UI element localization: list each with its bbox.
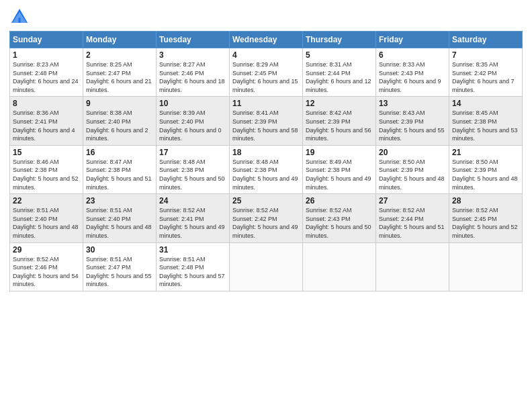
day-number: 18 [232, 148, 300, 157]
day-info: Sunrise: 8:51 AMSunset: 2:47 PMDaylight:… [86, 256, 152, 288]
day-number: 25 [232, 196, 300, 205]
calendar-cell: 15Sunrise: 8:46 AMSunset: 2:38 PMDayligh… [10, 145, 83, 193]
day-number: 30 [86, 245, 153, 255]
calendar-cell: 13Sunrise: 8:43 AMSunset: 2:39 PMDayligh… [376, 97, 449, 145]
day-number: 4 [232, 50, 300, 60]
day-number: 28 [452, 196, 519, 205]
day-number: 12 [306, 99, 373, 108]
calendar-cell: 23Sunrise: 8:51 AMSunset: 2:40 PMDayligh… [83, 194, 157, 242]
day-number: 21 [452, 148, 519, 157]
day-number: 9 [86, 99, 153, 108]
day-info: Sunrise: 8:50 AMSunset: 2:39 PMDaylight:… [452, 158, 518, 191]
day-number: 10 [159, 99, 226, 108]
calendar-cell: 24Sunrise: 8:52 AMSunset: 2:41 PMDayligh… [157, 194, 230, 242]
day-number: 17 [159, 148, 226, 157]
calendar-header-sunday: Sunday [10, 32, 83, 48]
day-number: 19 [306, 148, 373, 157]
calendar-cell: 9Sunrise: 8:38 AMSunset: 2:40 PMDaylight… [83, 97, 157, 145]
calendar-cell: 11Sunrise: 8:41 AMSunset: 2:39 PMDayligh… [230, 97, 303, 145]
calendar-header-thursday: Thursday [303, 32, 376, 48]
day-number: 16 [86, 148, 153, 157]
calendar-cell: 25Sunrise: 8:52 AMSunset: 2:42 PMDayligh… [230, 194, 303, 242]
calendar-cell: 17Sunrise: 8:48 AMSunset: 2:38 PMDayligh… [157, 145, 230, 193]
calendar-header-wednesday: Wednesday [230, 32, 303, 48]
calendar-week-2: 8Sunrise: 8:36 AMSunset: 2:41 PMDaylight… [10, 97, 523, 145]
calendar-cell: 31Sunrise: 8:51 AMSunset: 2:48 PMDayligh… [157, 242, 230, 291]
day-info: Sunrise: 8:51 AMSunset: 2:40 PMDaylight:… [86, 207, 152, 239]
day-info: Sunrise: 8:47 AMSunset: 2:38 PMDaylight:… [86, 158, 152, 191]
day-number: 3 [159, 50, 226, 60]
calendar-cell: 7Sunrise: 8:35 AMSunset: 2:42 PMDaylight… [449, 48, 523, 97]
day-number: 11 [232, 99, 300, 108]
calendar-cell: 18Sunrise: 8:48 AMSunset: 2:38 PMDayligh… [230, 145, 303, 193]
calendar-cell: 2Sunrise: 8:25 AMSunset: 2:47 PMDaylight… [83, 48, 157, 97]
calendar-cell: 20Sunrise: 8:50 AMSunset: 2:39 PMDayligh… [376, 145, 449, 193]
day-number: 24 [159, 196, 226, 205]
day-number: 14 [452, 99, 519, 108]
day-info: Sunrise: 8:52 AMSunset: 2:41 PMDaylight:… [159, 207, 225, 239]
day-info: Sunrise: 8:38 AMSunset: 2:40 PMDaylight:… [86, 109, 148, 142]
day-info: Sunrise: 8:52 AMSunset: 2:43 PMDaylight:… [306, 207, 371, 239]
day-number: 20 [379, 148, 446, 157]
calendar-cell: 28Sunrise: 8:52 AMSunset: 2:45 PMDayligh… [449, 194, 523, 242]
calendar-header-friday: Friday [376, 32, 449, 48]
calendar-cell: 6Sunrise: 8:33 AMSunset: 2:43 PMDaylight… [376, 48, 449, 97]
day-info: Sunrise: 8:41 AMSunset: 2:39 PMDaylight:… [232, 109, 298, 142]
calendar-cell: 10Sunrise: 8:39 AMSunset: 2:40 PMDayligh… [157, 97, 230, 145]
calendar-cell: 12Sunrise: 8:42 AMSunset: 2:39 PMDayligh… [303, 97, 376, 145]
day-info: Sunrise: 8:48 AMSunset: 2:38 PMDaylight:… [159, 158, 225, 191]
day-info: Sunrise: 8:46 AMSunset: 2:38 PMDaylight:… [13, 158, 79, 191]
calendar-cell: 22Sunrise: 8:51 AMSunset: 2:40 PMDayligh… [10, 194, 83, 242]
calendar-cell: 16Sunrise: 8:47 AMSunset: 2:38 PMDayligh… [83, 145, 157, 193]
day-info: Sunrise: 8:43 AMSunset: 2:39 PMDaylight:… [379, 109, 445, 142]
day-info: Sunrise: 8:52 AMSunset: 2:42 PMDaylight:… [232, 207, 298, 239]
calendar-header-row: SundayMondayTuesdayWednesdayThursdayFrid… [10, 32, 523, 48]
calendar-cell: 5Sunrise: 8:31 AMSunset: 2:44 PMDaylight… [303, 48, 376, 97]
calendar-cell: 27Sunrise: 8:52 AMSunset: 2:44 PMDayligh… [376, 194, 449, 242]
calendar-cell: 26Sunrise: 8:52 AMSunset: 2:43 PMDayligh… [303, 194, 376, 242]
day-info: Sunrise: 8:42 AMSunset: 2:39 PMDaylight:… [306, 109, 371, 142]
day-info: Sunrise: 8:25 AMSunset: 2:47 PMDaylight:… [86, 61, 152, 93]
calendar-cell: 29Sunrise: 8:52 AMSunset: 2:46 PMDayligh… [10, 242, 83, 291]
day-number: 1 [13, 50, 80, 60]
logo [9, 7, 32, 27]
day-info: Sunrise: 8:36 AMSunset: 2:41 PMDaylight:… [13, 109, 75, 142]
day-number: 6 [379, 50, 446, 60]
day-info: Sunrise: 8:33 AMSunset: 2:43 PMDaylight:… [379, 61, 441, 93]
header [9, 7, 523, 27]
calendar-cell [230, 242, 303, 291]
day-number: 8 [13, 99, 80, 108]
day-info: Sunrise: 8:51 AMSunset: 2:48 PMDaylight:… [159, 256, 225, 288]
day-info: Sunrise: 8:52 AMSunset: 2:45 PMDaylight:… [452, 207, 518, 239]
calendar-cell: 1Sunrise: 8:23 AMSunset: 2:48 PMDaylight… [10, 48, 83, 97]
calendar-header-monday: Monday [83, 32, 157, 48]
day-number: 23 [86, 196, 153, 205]
day-info: Sunrise: 8:29 AMSunset: 2:45 PMDaylight:… [232, 61, 298, 93]
logo-icon [9, 7, 30, 27]
day-number: 27 [379, 196, 446, 205]
calendar-cell: 19Sunrise: 8:49 AMSunset: 2:38 PMDayligh… [303, 145, 376, 193]
calendar-cell: 14Sunrise: 8:45 AMSunset: 2:38 PMDayligh… [449, 97, 523, 145]
calendar-cell: 4Sunrise: 8:29 AMSunset: 2:45 PMDaylight… [230, 48, 303, 97]
day-number: 5 [306, 50, 373, 60]
day-number: 15 [13, 148, 80, 157]
day-number: 29 [13, 245, 80, 255]
calendar-cell: 8Sunrise: 8:36 AMSunset: 2:41 PMDaylight… [10, 97, 83, 145]
day-info: Sunrise: 8:48 AMSunset: 2:38 PMDaylight:… [232, 158, 298, 191]
page-container: SundayMondayTuesdayWednesdayThursdayFrid… [0, 0, 532, 298]
calendar-header-tuesday: Tuesday [157, 32, 230, 48]
day-info: Sunrise: 8:49 AMSunset: 2:38 PMDaylight:… [306, 158, 371, 191]
calendar-cell [449, 242, 523, 291]
calendar-cell: 30Sunrise: 8:51 AMSunset: 2:47 PMDayligh… [83, 242, 157, 291]
calendar-cell [303, 242, 376, 291]
day-info: Sunrise: 8:31 AMSunset: 2:44 PMDaylight:… [306, 61, 371, 93]
calendar-header-saturday: Saturday [449, 32, 523, 48]
day-number: 26 [306, 196, 373, 205]
calendar-cell [376, 242, 449, 291]
day-info: Sunrise: 8:52 AMSunset: 2:44 PMDaylight:… [379, 207, 445, 239]
day-info: Sunrise: 8:52 AMSunset: 2:46 PMDaylight:… [13, 256, 79, 288]
day-info: Sunrise: 8:35 AMSunset: 2:42 PMDaylight:… [452, 61, 515, 93]
calendar-week-4: 22Sunrise: 8:51 AMSunset: 2:40 PMDayligh… [10, 194, 523, 242]
day-number: 22 [13, 196, 80, 205]
calendar-week-5: 29Sunrise: 8:52 AMSunset: 2:46 PMDayligh… [10, 242, 523, 291]
